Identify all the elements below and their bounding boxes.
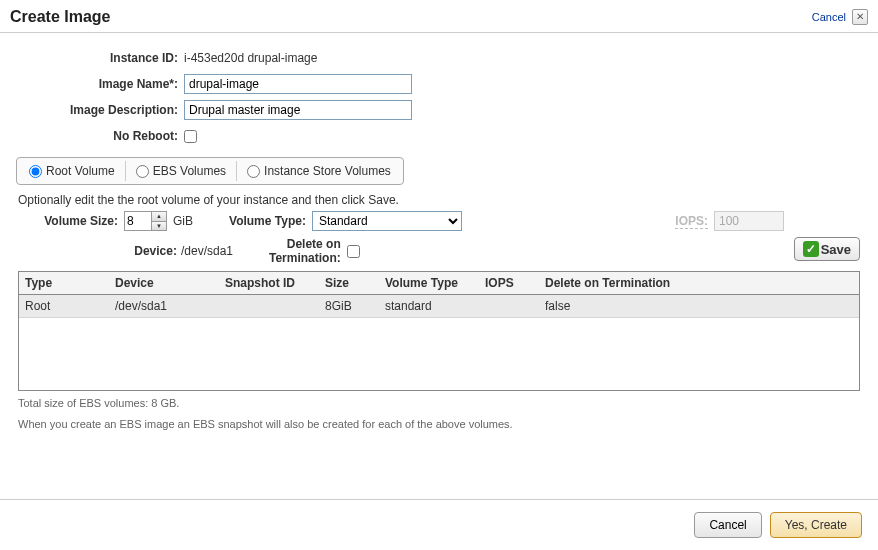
delete-on-termination-checkbox[interactable]: [347, 245, 360, 258]
volume-type-select[interactable]: Standard: [312, 211, 462, 231]
close-icon[interactable]: ✕: [852, 9, 868, 25]
check-icon: ✓: [803, 241, 819, 257]
device-label: Device:: [134, 244, 177, 258]
delete-on-termination-label: Delete on Termination:: [269, 237, 341, 266]
root-volume-panel: Optionally edit the the root volume of y…: [16, 189, 862, 432]
tab-bar: Root Volume EBS Volumes Instance Store V…: [16, 157, 404, 185]
image-name-input[interactable]: [184, 74, 412, 94]
no-reboot-label: No Reboot:: [16, 129, 184, 143]
form-area: Instance ID: i-453ed20d drupal-image Ima…: [0, 33, 878, 157]
no-reboot-checkbox[interactable]: [184, 130, 197, 143]
cell-iops: [479, 295, 539, 318]
footnote-snapshot-info: When you create an EBS image an EBS snap…: [18, 416, 860, 433]
footnote-total-size: Total size of EBS volumes: 8 GB.: [18, 395, 860, 412]
image-description-label: Image Description:: [16, 103, 184, 117]
tab-instance-store-label: Instance Store Volumes: [264, 164, 391, 178]
cancel-button[interactable]: Cancel: [694, 512, 761, 538]
spinner-up-icon[interactable]: ▲: [152, 212, 166, 222]
tab-ebs-volumes[interactable]: EBS Volumes: [126, 161, 237, 181]
cell-volume-type: standard: [379, 295, 479, 318]
spinner-down-icon[interactable]: ▼: [152, 222, 166, 231]
iops-input: [714, 211, 784, 231]
image-name-label: Image Name*:: [16, 77, 184, 91]
iops-label: IOPS:: [675, 214, 708, 229]
cell-delete-on-termination: false: [539, 295, 859, 318]
cell-size: 8GiB: [319, 295, 379, 318]
save-button[interactable]: ✓ Save: [794, 237, 860, 261]
th-delete-on-termination: Delete on Termination: [539, 272, 859, 295]
instance-id-label: Instance ID:: [16, 51, 184, 65]
panel-hint: Optionally edit the the root volume of y…: [18, 193, 860, 207]
tab-instance-store[interactable]: Instance Store Volumes: [237, 161, 401, 181]
instance-id-value: i-453ed20d drupal-image: [184, 51, 317, 65]
table-body-scroll[interactable]: Root /dev/sda1 8GiB standard false: [19, 295, 859, 390]
th-volume-type: Volume Type: [379, 272, 479, 295]
dialog-title: Create Image: [10, 8, 111, 26]
tab-root-volume[interactable]: Root Volume: [19, 161, 126, 181]
tab-root-radio[interactable]: [29, 165, 42, 178]
save-button-label: Save: [821, 242, 851, 257]
cell-device: /dev/sda1: [109, 295, 219, 318]
dialog-footer: Cancel Yes, Create: [0, 499, 878, 550]
tab-instance-store-radio[interactable]: [247, 165, 260, 178]
volumes-table: Type Device Snapshot ID Size Volume Type…: [18, 271, 860, 391]
th-size: Size: [319, 272, 379, 295]
yes-create-button[interactable]: Yes, Create: [770, 512, 862, 538]
th-device: Device: [109, 272, 219, 295]
cell-snapshot-id: [219, 295, 319, 318]
volume-size-label: Volume Size:: [18, 214, 118, 228]
device-value: /dev/sda1: [181, 244, 233, 258]
volume-size-stepper[interactable]: ▲ ▼: [124, 211, 167, 231]
tab-ebs-label: EBS Volumes: [153, 164, 226, 178]
volume-size-unit: GiB: [173, 214, 193, 228]
dialog-header: Create Image Cancel ✕: [0, 0, 878, 33]
image-description-input[interactable]: [184, 100, 412, 120]
th-type: Type: [19, 272, 109, 295]
volume-size-input[interactable]: [124, 211, 152, 231]
th-iops: IOPS: [479, 272, 539, 295]
header-cancel-link[interactable]: Cancel: [812, 11, 846, 23]
tab-ebs-radio[interactable]: [136, 165, 149, 178]
th-snapshot-id: Snapshot ID: [219, 272, 319, 295]
tab-root-label: Root Volume: [46, 164, 115, 178]
volume-type-label: Volume Type:: [229, 214, 306, 228]
cell-type: Root: [19, 295, 109, 318]
table-row[interactable]: Root /dev/sda1 8GiB standard false: [19, 295, 859, 318]
